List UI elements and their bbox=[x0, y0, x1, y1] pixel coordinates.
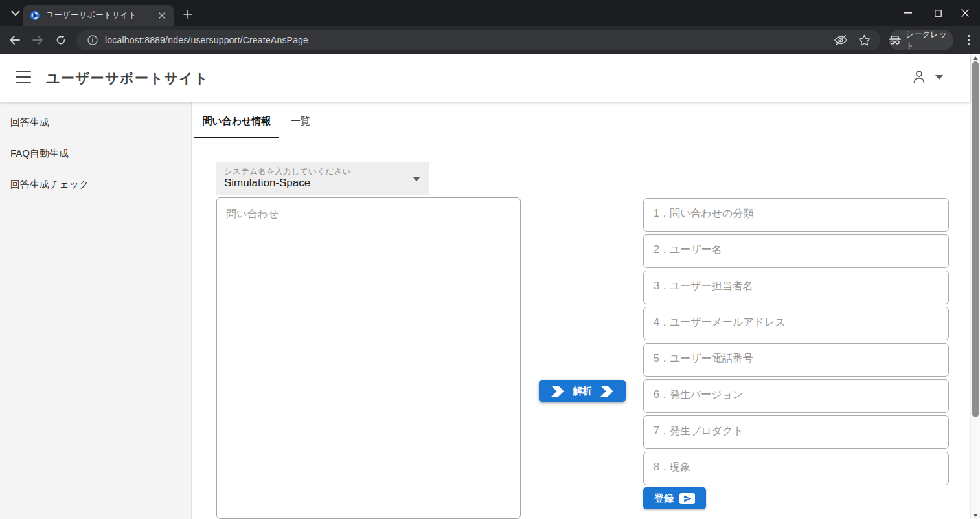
reload-button[interactable] bbox=[52, 31, 70, 49]
back-arrow-icon bbox=[9, 36, 20, 45]
system-select-value: Simulation-Space bbox=[224, 177, 310, 190]
person-icon bbox=[911, 69, 928, 85]
maximize-icon bbox=[935, 10, 942, 17]
register-label: 登録 bbox=[654, 492, 674, 505]
double-arrow-icon bbox=[551, 386, 564, 397]
back-button[interactable] bbox=[5, 31, 23, 49]
field-occurrence-product[interactable] bbox=[643, 415, 949, 449]
scroll-up-icon[interactable] bbox=[973, 56, 978, 60]
page-scrollbar[interactable] bbox=[970, 54, 980, 519]
reload-icon bbox=[56, 35, 66, 45]
password-eye-off-icon[interactable] bbox=[834, 34, 848, 46]
double-arrow-icon bbox=[600, 386, 613, 397]
analyze-label: 解析 bbox=[573, 385, 592, 397]
window-maximize-button[interactable] bbox=[923, 0, 953, 26]
field-user-contact-name[interactable] bbox=[643, 271, 949, 304]
field-inquiry-category[interactable] bbox=[643, 198, 949, 232]
window-close-button[interactable] bbox=[950, 0, 980, 26]
chevron-down-icon bbox=[935, 75, 943, 80]
send-icon bbox=[679, 493, 695, 504]
new-tab-button[interactable] bbox=[179, 5, 197, 23]
sidebar-item-label: 回答生成チェック bbox=[10, 179, 89, 191]
tab-inquiry-info[interactable]: 問い合わせ情報 bbox=[194, 104, 279, 138]
scroll-down-icon[interactable] bbox=[973, 514, 978, 517]
url-text[interactable]: localhost:8889/ndes/usersupport/CreateAn… bbox=[105, 35, 834, 45]
tab-label: 一覧 bbox=[291, 115, 310, 127]
browser-window: ユーザーサポートサイト bbox=[0, 0, 980, 519]
window-minimize-button[interactable] bbox=[893, 0, 923, 26]
analyze-button[interactable]: 解析 bbox=[539, 380, 626, 402]
minimize-icon bbox=[904, 12, 912, 14]
sidebar-item-faq-auto-generate[interactable]: FAQ自動生成 bbox=[0, 138, 191, 169]
tab-title: ユーザーサポートサイト bbox=[46, 10, 156, 21]
sidebar-item-answer-check[interactable]: 回答生成チェック bbox=[0, 169, 191, 200]
main-content: 問い合わせ情報 一覧 システム名を入力していください Simulation-Sp… bbox=[192, 102, 970, 519]
system-name-select[interactable]: システム名を入力していください Simulation-Space bbox=[216, 162, 429, 195]
site-favicon-icon bbox=[30, 10, 40, 21]
field-user-email[interactable] bbox=[643, 307, 949, 340]
field-user-name[interactable] bbox=[643, 234, 949, 268]
incognito-label: シークレット bbox=[906, 29, 953, 51]
browser-tabstrip: ユーザーサポートサイト bbox=[0, 0, 980, 26]
sidebar-item-label: 回答生成 bbox=[10, 116, 49, 129]
forward-button[interactable] bbox=[28, 31, 47, 49]
inquiry-textarea[interactable] bbox=[216, 197, 521, 519]
tab-close-icon[interactable] bbox=[156, 10, 167, 21]
scrollbar-thumb[interactable] bbox=[972, 61, 979, 417]
close-icon bbox=[961, 9, 969, 17]
browser-tab[interactable]: ユーザーサポートサイト bbox=[23, 5, 174, 26]
select-dropdown-icon bbox=[413, 177, 420, 181]
tab-list[interactable]: 一覧 bbox=[279, 104, 322, 138]
tab-search-button[interactable] bbox=[6, 4, 25, 22]
account-menu[interactable] bbox=[911, 69, 943, 85]
content-tabbar: 問い合わせ情報 一覧 bbox=[192, 104, 970, 138]
field-phenomenon[interactable] bbox=[643, 452, 949, 485]
incognito-icon bbox=[889, 35, 901, 45]
address-bar[interactable]: localhost:8889/ndes/usersupport/CreateAn… bbox=[76, 30, 881, 50]
analysis-result-fields bbox=[643, 198, 949, 488]
sidebar-item-answer-generate[interactable]: 回答生成 bbox=[0, 107, 191, 138]
browser-toolbar: localhost:8889/ndes/usersupport/CreateAn… bbox=[0, 26, 980, 54]
browser-menu-button[interactable] bbox=[963, 32, 975, 48]
sidebar-item-label: FAQ自動生成 bbox=[10, 148, 69, 160]
field-user-phone[interactable] bbox=[643, 343, 949, 377]
bookmark-star-icon[interactable] bbox=[858, 34, 871, 46]
active-tab-indicator bbox=[194, 137, 279, 138]
field-occurrence-version[interactable] bbox=[643, 379, 949, 413]
menu-hamburger-button[interactable] bbox=[16, 71, 31, 83]
chevron-down-icon bbox=[11, 10, 20, 16]
system-select-label: システム名を入力していください bbox=[224, 166, 351, 177]
sidebar: 回答生成 FAQ自動生成 回答生成チェック bbox=[0, 102, 192, 519]
tab-label: 問い合わせ情報 bbox=[202, 115, 271, 127]
forward-arrow-icon bbox=[32, 36, 43, 45]
register-button[interactable]: 登録 bbox=[643, 487, 706, 509]
incognito-badge[interactable]: シークレット bbox=[889, 30, 953, 50]
page-title: ユーザーサポートサイト bbox=[46, 69, 209, 87]
plus-icon bbox=[183, 10, 192, 19]
site-info-icon[interactable] bbox=[85, 33, 100, 47]
